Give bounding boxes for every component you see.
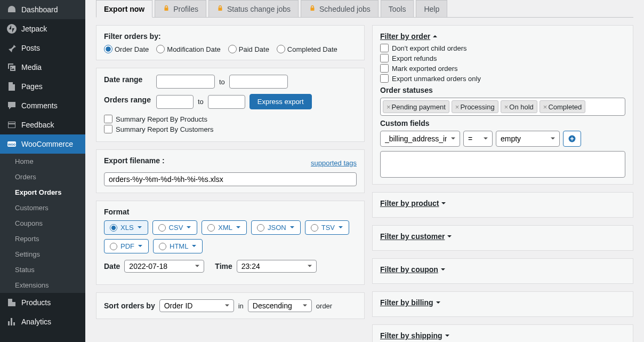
orders-from-input[interactable] <box>156 95 194 109</box>
in-label: in <box>238 302 244 310</box>
tab-profiles[interactable]: Profiles <box>155 0 206 17</box>
sidebar-item-jetpack[interactable]: Jetpack <box>0 19 85 38</box>
no-child-orders-checkbox[interactable] <box>380 44 389 52</box>
filename-card: Export filename : supported tags <box>96 149 365 193</box>
sidebar-item-products[interactable]: Products <box>0 293 85 312</box>
radio-completed-date[interactable]: Completed Date <box>277 45 337 53</box>
radio-modification-date[interactable]: Modification Date <box>156 45 220 53</box>
sidebar-item-posts[interactable]: Posts <box>0 38 85 58</box>
format-xls-button[interactable]: XLS <box>104 220 148 235</box>
remove-icon[interactable]: × <box>543 103 548 111</box>
summary-customers-checkbox[interactable] <box>104 125 112 133</box>
sidebar-item-comments[interactable]: Comments <box>0 96 85 115</box>
svg-text:woo: woo <box>7 142 15 146</box>
orders-to-input[interactable] <box>208 95 245 109</box>
filename-input[interactable] <box>104 172 357 186</box>
filter-by-product-heading[interactable]: Filter by product <box>380 199 625 208</box>
mark-exported-checkbox[interactable] <box>380 64 389 73</box>
date-range-label: Date range <box>104 75 152 84</box>
custom-field-op-select[interactable]: = <box>463 131 493 147</box>
filter-by-shipping-heading[interactable]: Filter by shipping <box>380 331 625 340</box>
chevron-down-icon <box>138 242 143 250</box>
unmarked-only-checkbox[interactable] <box>380 74 389 83</box>
tab-label: Tools <box>389 5 406 13</box>
filter-by-customer-heading[interactable]: Filter by customer <box>380 232 625 241</box>
status-token: ×Completed <box>540 100 585 113</box>
media-icon <box>6 62 17 73</box>
sidebar-item-media[interactable]: Media <box>0 58 85 77</box>
lock-icon <box>216 4 224 13</box>
plus-icon <box>568 134 576 143</box>
sidebar-sub-customers[interactable]: Customers <box>0 200 85 216</box>
tab-tools[interactable]: Tools <box>381 0 414 17</box>
sidebar-item-feedback[interactable]: Feedback <box>0 115 85 134</box>
supported-tags-link[interactable]: supported tags <box>311 159 357 167</box>
date-from-input[interactable] <box>156 75 215 89</box>
tab-export-now[interactable]: Export now <box>96 0 152 18</box>
sidebar-item-woocommerce[interactable]: woo WooCommerce <box>0 134 85 154</box>
to-label: to <box>219 78 225 86</box>
custom-fields-list[interactable] <box>380 151 625 178</box>
jetpack-icon <box>6 23 17 34</box>
format-xml-button[interactable]: XML <box>202 220 247 235</box>
date-to-input[interactable] <box>229 75 288 89</box>
radio-paid-date[interactable]: Paid Date <box>228 45 269 53</box>
lock-icon <box>163 4 170 13</box>
time-label: Time <box>215 262 232 271</box>
sidebar-sub-reports[interactable]: Reports <box>0 231 85 246</box>
filter-by-coupon-heading[interactable]: Filter by coupon <box>380 265 625 274</box>
svg-point-0 <box>7 24 17 34</box>
format-pdf-button[interactable]: PDF <box>104 239 149 253</box>
admin-sidebar: Dashboard Jetpack Posts Media Pages Comm… <box>0 0 85 342</box>
status-token: ×Pending payment <box>383 100 449 113</box>
sidebar-sub-settings[interactable]: Settings <box>0 246 85 262</box>
format-csv-button[interactable]: CSV <box>152 220 198 235</box>
sidebar-sub-coupons[interactable]: Coupons <box>0 216 85 231</box>
remove-icon[interactable]: × <box>387 103 391 111</box>
tab-scheduled-jobs[interactable]: Scheduled jobs <box>301 0 379 17</box>
sort-card: Sort orders by Order ID in Descending or… <box>96 292 365 319</box>
sidebar-label: Jetpack <box>21 25 47 33</box>
format-tsv-button[interactable]: TSV <box>305 220 349 235</box>
pin-icon <box>6 43 17 53</box>
format-html-button[interactable]: HTML <box>153 239 203 253</box>
chevron-down-icon <box>137 224 142 232</box>
filter-by-billing-heading[interactable]: Filter by billing <box>380 298 625 307</box>
sidebar-sub-home[interactable]: Home <box>0 154 85 169</box>
woo-icon: woo <box>6 139 17 149</box>
sidebar-sub-extensions[interactable]: Extensions <box>0 277 85 293</box>
tab-label: Help <box>424 5 439 13</box>
radio-order-date[interactable]: Order Date <box>104 45 149 53</box>
sidebar-sub-orders[interactable]: Orders <box>0 169 85 185</box>
sidebar-sub-export-orders[interactable]: Export Orders <box>0 185 85 200</box>
filter-by-order-heading[interactable]: Filter by order <box>380 32 625 41</box>
sort-field-select[interactable]: Order ID <box>159 299 234 312</box>
main-content: Export now Profiles Status change jobs S… <box>85 0 644 342</box>
custom-field-value-select[interactable]: empty <box>496 131 560 147</box>
tab-status-change-jobs[interactable]: Status change jobs <box>208 0 299 17</box>
custom-field-name-select[interactable]: _billing_address_index <box>380 131 460 147</box>
export-refunds-checkbox[interactable] <box>380 54 389 62</box>
time-select[interactable]: 23:24 <box>237 260 317 273</box>
sidebar-item-pages[interactable]: Pages <box>0 77 85 96</box>
date-select[interactable]: 2022-07-18 <box>124 260 204 273</box>
summary-products-checkbox[interactable] <box>104 115 112 123</box>
sidebar-label: Posts <box>21 44 40 52</box>
filter-by-order-card: Filter by order Don't export child order… <box>372 25 633 185</box>
add-custom-field-button[interactable] <box>563 131 581 147</box>
order-statuses-title: Order statuses <box>380 86 625 94</box>
format-title: Format <box>104 208 129 216</box>
express-export-button[interactable]: Express export <box>249 94 312 109</box>
sort-direction-select[interactable]: Descending <box>248 299 312 312</box>
remove-icon[interactable]: × <box>504 103 509 111</box>
remove-icon[interactable]: × <box>455 103 460 111</box>
tab-help[interactable]: Help <box>416 0 447 17</box>
range-card: Date range to Orders range to Express ex… <box>96 68 365 142</box>
format-json-button[interactable]: JSON <box>251 220 301 235</box>
analytics-icon <box>6 316 17 327</box>
sidebar-item-analytics[interactable]: Analytics <box>0 312 85 331</box>
order-statuses-input[interactable]: ×Pending payment ×Processing ×On hold ×C… <box>380 98 625 116</box>
sidebar-item-dashboard[interactable]: Dashboard <box>0 0 85 19</box>
order-label: order <box>316 302 332 310</box>
sidebar-sub-status[interactable]: Status <box>0 262 85 277</box>
